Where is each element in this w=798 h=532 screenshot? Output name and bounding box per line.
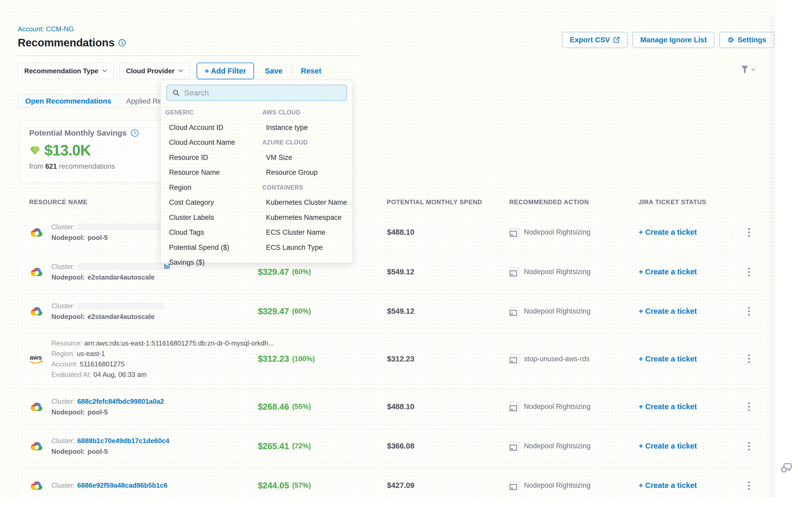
nodepool-value: pool-5	[88, 234, 108, 242]
filter-field-option[interactable]: Region	[160, 180, 258, 195]
save-filter-button[interactable]: Save	[265, 67, 283, 75]
filter-field-option[interactable]: Cloud Account ID	[160, 120, 258, 135]
row-menu-kebab[interactable]	[746, 439, 752, 453]
row-menu-kebab[interactable]	[746, 305, 752, 318]
cloud-provider-filter[interactable]: Cloud Provider	[119, 63, 190, 79]
nodepool-value: e2standar4autoscale	[88, 273, 155, 281]
nodepool-key: Nodepool:	[51, 273, 85, 281]
filter-field-option[interactable]: Kubernetes Namespace	[258, 210, 352, 225]
col-potential-monthly-spend: POTENTIAL MONTHLY SPEND	[375, 198, 503, 206]
row-menu-kebab[interactable]	[746, 265, 752, 279]
filter-field-option[interactable]: Cluster Labels	[160, 210, 258, 225]
add-filter-button[interactable]: + Add Filter	[197, 62, 254, 79]
search-input[interactable]	[184, 89, 341, 97]
cluster-id-link[interactable]: 688c2fefc84fbdc99801a0a2	[77, 397, 164, 405]
recommendation-action-icon	[510, 268, 519, 277]
filter-field-option[interactable]: ECS Cluster Name	[258, 225, 352, 240]
external-link-icon	[613, 37, 620, 43]
export-csv-label: Export CSV	[570, 36, 610, 44]
action-label: Nodepool Rightsizing	[524, 228, 590, 236]
account-breadcrumb[interactable]: Account: CCM-NG	[18, 25, 74, 33]
table-row[interactable]: Cluster: Nodepool:e2standar4autoscale $3…	[18, 293, 760, 329]
filter-field-option[interactable]: VM Size	[258, 150, 352, 165]
row-menu-kebab[interactable]	[746, 479, 752, 492]
savings-percent: (57%)	[292, 481, 311, 490]
create-ticket-link[interactable]: + Create a ticket	[639, 481, 697, 490]
savings-value: $244.05	[258, 481, 289, 491]
create-ticket-link[interactable]: + Create a ticket	[639, 307, 697, 316]
create-ticket-link[interactable]: + Create a ticket	[639, 268, 697, 276]
nodepool-value: e2standar4autoscale	[88, 313, 155, 321]
info-icon[interactable]	[118, 39, 126, 47]
support-chat-icon[interactable]	[780, 462, 793, 475]
recommendation-type-filter[interactable]: Recommendation Type	[18, 63, 114, 79]
savings-percent: (60%)	[292, 307, 311, 315]
filter-field-option[interactable]: Potential Spend ($)	[160, 240, 258, 255]
filter-field-option[interactable]: Cloud Tags	[160, 225, 258, 240]
cluster-id-link[interactable]: 6886e92f59a48cad86b5b1c6	[77, 481, 168, 490]
savings-percent: (100%)	[292, 355, 315, 363]
savings-card-title: Potential Monthly Savings	[29, 129, 127, 137]
table-row[interactable]: Cluster: Nodepool:pool-5 $488.10 Nodepoo…	[18, 215, 760, 250]
gcp-icon	[30, 401, 44, 412]
gcp-icon	[30, 480, 44, 491]
recommendation-action-icon	[510, 481, 519, 490]
filter-field-option[interactable]: Resource Group	[258, 165, 352, 180]
spend-cell: $488.10	[375, 228, 503, 236]
row-menu-kebab[interactable]	[746, 352, 752, 366]
manage-ignore-list-label: Manage Ignore List	[640, 36, 707, 44]
filter-field-option[interactable]: Cost Category	[160, 195, 258, 210]
filter-field-option[interactable]: Resource Name	[160, 165, 258, 180]
row-menu-kebab[interactable]	[746, 400, 752, 414]
filter-field-option[interactable]: Kubernetes Cluster Name	[258, 195, 352, 210]
filter-field-option[interactable]: ECS Launch Type	[258, 240, 352, 255]
table-row[interactable]: Cluster:bl Nodepool:e2standar4autoscale …	[18, 254, 760, 289]
filter-field-option[interactable]: Instance type	[258, 120, 352, 135]
filter-field-option[interactable]: Cloud Account Name	[160, 135, 258, 150]
filter-section-header: CONTAINERS	[258, 180, 352, 195]
recommendation-type-label: Recommendation Type	[24, 67, 98, 75]
filter-panel-toggle[interactable]	[741, 65, 756, 74]
chevron-down-icon	[102, 69, 107, 73]
savings-subtitle: from 621 recommendations	[29, 163, 156, 171]
filter-field-option[interactable]: Savings ($)	[160, 255, 258, 270]
dropdown-search[interactable]	[166, 85, 347, 101]
redacted-cluster-name	[77, 224, 173, 230]
spend-cell: $366.08	[375, 442, 503, 450]
settings-button[interactable]: Settings	[719, 32, 774, 48]
create-ticket-link[interactable]: + Create a ticket	[639, 355, 697, 363]
recommendation-action-icon	[510, 442, 519, 451]
nodepool-key: Nodepool:	[51, 313, 85, 321]
cluster-key: Cluster:	[51, 302, 75, 310]
export-csv-button[interactable]: Export CSV	[562, 32, 628, 48]
chevron-down-icon	[751, 68, 756, 71]
add-filter-dropdown: GENERICCloud Account IDCloud Account Nam…	[160, 80, 352, 263]
spend-cell: $427.09	[375, 481, 503, 490]
viewport-right-band	[776, 0, 798, 497]
gcp-icon	[30, 227, 44, 238]
tab-open-recommendations[interactable]: Open Recommendations	[18, 95, 119, 108]
recommendation-action-icon	[510, 228, 519, 237]
action-label: Nodepool Rightsizing	[524, 307, 590, 315]
help-icon[interactable]: ?	[131, 129, 139, 137]
cluster-id-link[interactable]: 6888b1c70e49db17c1de60c4	[77, 437, 170, 445]
gcp-icon	[30, 306, 44, 317]
dropdown-column-left: GENERICCloud Account IDCloud Account Nam…	[160, 105, 258, 270]
row-menu-kebab[interactable]	[746, 226, 752, 239]
nodepool-value: pool-5	[88, 448, 108, 456]
filter-field-option[interactable]: Resource ID	[160, 150, 258, 165]
savings-gem-icon	[29, 145, 41, 155]
create-ticket-link[interactable]: + Create a ticket	[639, 442, 697, 450]
reset-filter-button[interactable]: Reset	[301, 67, 321, 75]
manage-ignore-list-button[interactable]: Manage Ignore List	[632, 32, 715, 48]
filter-divider	[291, 65, 292, 76]
table-row[interactable]: Resource:arn:aws:rds:us-east-1:511616801…	[18, 333, 760, 385]
table-row[interactable]: Cluster:6888b1c70e49db17c1de60c4 Nodepoo…	[18, 429, 760, 464]
cluster-key: Cluster:	[51, 263, 75, 271]
nodepool-value: pool-5	[88, 408, 108, 416]
create-ticket-link[interactable]: + Create a ticket	[639, 402, 697, 411]
create-ticket-link[interactable]: + Create a ticket	[639, 228, 697, 236]
table-row[interactable]: Cluster:688c2fefc84fbdc99801a0a2 Nodepoo…	[18, 389, 760, 424]
cluster-key: Cluster:	[51, 437, 75, 445]
savings-value: $265.41	[258, 441, 289, 451]
